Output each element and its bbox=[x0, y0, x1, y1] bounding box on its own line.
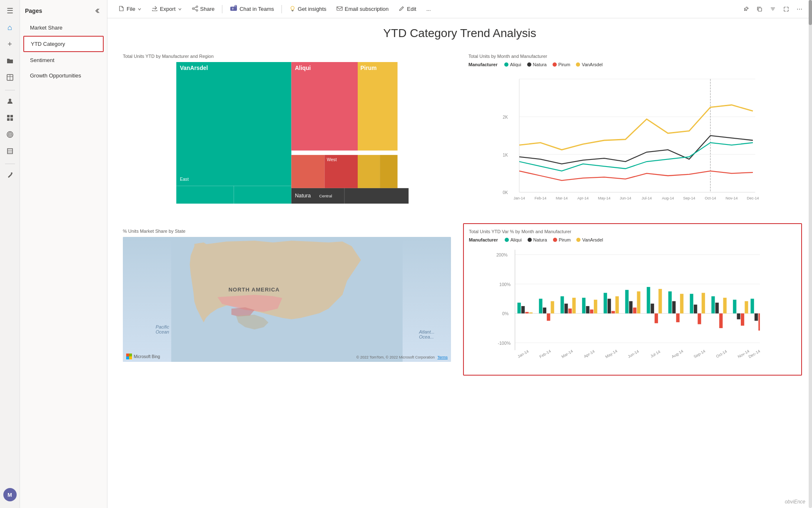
svg-text:East: East bbox=[180, 177, 189, 182]
pin-button[interactable] bbox=[740, 3, 752, 15]
svg-rect-119 bbox=[525, 312, 528, 314]
hamburger-icon[interactable]: ☰ bbox=[2, 3, 17, 18]
svg-text:Aug-14: Aug-14 bbox=[662, 196, 674, 200]
svg-rect-141 bbox=[647, 287, 650, 314]
svg-rect-130 bbox=[586, 306, 589, 314]
bing-attribution: Microsoft Bing bbox=[126, 354, 160, 359]
svg-rect-162 bbox=[755, 314, 758, 321]
svg-rect-126 bbox=[564, 304, 568, 314]
sidebar-item-sentiment[interactable]: Sentiment bbox=[23, 53, 104, 67]
svg-rect-160 bbox=[745, 301, 748, 313]
svg-rect-143 bbox=[655, 314, 658, 324]
svg-rect-136 bbox=[615, 296, 619, 314]
svg-text:Jun-14: Jun-14 bbox=[620, 196, 631, 200]
expand-button[interactable] bbox=[780, 3, 792, 15]
svg-text:Feb-14: Feb-14 bbox=[535, 196, 547, 200]
share-button[interactable]: Share bbox=[188, 3, 219, 15]
sidebar-item-growth-opportunities[interactable]: Growth Opportunities bbox=[23, 68, 104, 83]
svg-rect-154 bbox=[715, 303, 719, 314]
treemap-container: VanArsdel East Central West Aliqui East … bbox=[123, 62, 451, 204]
svg-rect-26 bbox=[758, 8, 762, 11]
bar-legend-label-pirum: Pirum bbox=[559, 237, 571, 242]
svg-text:T: T bbox=[232, 7, 234, 10]
svg-text:Natura: Natura bbox=[295, 192, 311, 199]
sidebar-item-market-share[interactable]: Market Share bbox=[23, 20, 104, 35]
svg-text:2K: 2K bbox=[503, 115, 508, 120]
folder-icon[interactable] bbox=[2, 53, 17, 68]
barchart-title: Total Units YTD Var % by Month and Manuf… bbox=[469, 229, 796, 234]
pacific-ocean-label: PacificOcean bbox=[156, 324, 169, 334]
toolbar-separator-2 bbox=[281, 5, 282, 13]
svg-text:Jun-14: Jun-14 bbox=[627, 349, 640, 359]
person-icon[interactable] bbox=[2, 94, 17, 109]
bar-legend-pirum: Pirum bbox=[553, 237, 571, 242]
svg-line-18 bbox=[194, 9, 196, 10]
file-icon bbox=[118, 5, 125, 13]
filter-button[interactable] bbox=[767, 3, 779, 15]
file-button[interactable]: File bbox=[114, 3, 146, 15]
svg-rect-134 bbox=[608, 299, 611, 313]
collapse-panel-button[interactable] bbox=[92, 6, 102, 16]
rail-divider-2 bbox=[5, 164, 15, 164]
barchart-visual[interactable]: Total Units YTD Var % by Month and Manuf… bbox=[463, 223, 802, 376]
more-options-button[interactable]: ⋯ bbox=[794, 3, 805, 15]
barchart-legend: Manufacturer Aliqui Natura Pirum bbox=[469, 237, 796, 242]
svg-rect-153 bbox=[711, 296, 715, 314]
email-subscription-button[interactable]: Email subscription bbox=[332, 3, 393, 15]
more-button[interactable]: ... bbox=[422, 4, 435, 14]
linechart-visual[interactable]: Total Units by Month and Manufacturer Ma… bbox=[463, 48, 802, 217]
target-icon[interactable] bbox=[2, 127, 17, 142]
svg-text:0K: 0K bbox=[503, 190, 508, 195]
add-icon[interactable]: + bbox=[2, 37, 17, 52]
svg-rect-128 bbox=[572, 298, 575, 314]
scrollbar[interactable] bbox=[809, 0, 812, 508]
avatar[interactable]: M bbox=[3, 488, 17, 501]
pages-panel: Pages Market Share YTD Category Sentimen… bbox=[20, 0, 107, 508]
icon-rail: ☰ ⌂ + M bbox=[0, 0, 20, 508]
get-insights-button[interactable]: Get insights bbox=[285, 3, 331, 15]
svg-rect-149 bbox=[690, 294, 693, 314]
svg-rect-51 bbox=[358, 155, 380, 188]
svg-text:Oct-14: Oct-14 bbox=[705, 196, 716, 200]
treemap-visual[interactable]: Total Units YTD by Manufacturer and Regi… bbox=[117, 48, 456, 217]
paint-icon[interactable] bbox=[2, 167, 17, 182]
svg-text:Central: Central bbox=[319, 194, 332, 198]
svg-rect-150 bbox=[694, 305, 697, 314]
edit-icon bbox=[399, 5, 405, 13]
book-icon[interactable] bbox=[2, 144, 17, 159]
barchart-container: 200% 100% 0% -100% bbox=[469, 245, 796, 370]
terms-link[interactable]: Terms bbox=[438, 355, 448, 359]
map-visual[interactable]: % Units Market Share by State bbox=[117, 223, 456, 376]
sidebar-item-ytd-category[interactable]: YTD Category bbox=[23, 36, 104, 52]
grid-icon[interactable] bbox=[2, 110, 17, 125]
visuals-grid: Total Units YTD by Manufacturer and Regi… bbox=[117, 48, 802, 376]
table-icon[interactable] bbox=[2, 70, 17, 85]
copy-button[interactable] bbox=[754, 3, 765, 15]
legend-label-pirum: Pirum bbox=[558, 62, 570, 67]
map-title: % Units Market Share by State bbox=[123, 229, 451, 234]
chat-in-teams-button[interactable]: TT Chat in Teams bbox=[226, 2, 278, 15]
treemap-title: Total Units YTD by Manufacturer and Regi… bbox=[123, 54, 451, 59]
svg-rect-157 bbox=[733, 300, 736, 314]
map-container: NORTH AMERICA PacificOcean Atlant...Ocea… bbox=[123, 237, 451, 362]
svg-rect-139 bbox=[633, 308, 636, 314]
edit-button[interactable]: Edit bbox=[394, 3, 420, 15]
scrollbar-thumb[interactable] bbox=[809, 0, 812, 25]
svg-rect-6 bbox=[7, 118, 10, 121]
svg-text:Pirum: Pirum bbox=[360, 65, 376, 71]
home-icon[interactable]: ⌂ bbox=[2, 20, 17, 35]
svg-rect-118 bbox=[521, 306, 525, 314]
svg-rect-37 bbox=[291, 62, 358, 151]
svg-rect-132 bbox=[594, 300, 597, 314]
legend-dot-pirum bbox=[553, 62, 557, 67]
svg-text:-100%: -100% bbox=[498, 341, 511, 346]
svg-text:Dec-14: Dec-14 bbox=[747, 349, 761, 359]
svg-point-10 bbox=[9, 134, 10, 135]
svg-line-17 bbox=[194, 7, 196, 8]
svg-text:Sep-14: Sep-14 bbox=[693, 349, 706, 359]
legend-manufacturer-label: Manufacturer bbox=[468, 62, 498, 67]
pages-header: Pages bbox=[20, 0, 107, 20]
export-button[interactable]: Export bbox=[147, 3, 186, 15]
svg-rect-5 bbox=[10, 115, 13, 117]
legend-label-aliqui: Aliqui bbox=[510, 62, 521, 67]
